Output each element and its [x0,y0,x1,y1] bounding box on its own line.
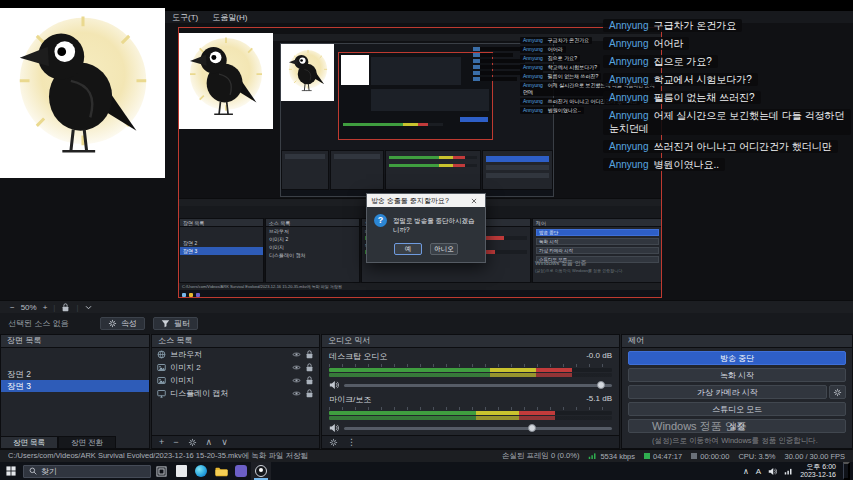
dialog-no-button[interactable]: 아니오 [430,243,458,255]
lock-icon[interactable] [305,389,314,398]
chat-text: 필름이 없는채 쓰러진? [653,92,754,103]
nested-sources-panel: 소스 목록 브라우저 이미지 2 이미지 디스플레이 캡처 [265,218,360,283]
dialog-body: ? 정말로 방송을 중단하시겠습니까? [367,207,485,238]
nested-ui-block [486,165,549,170]
source-item[interactable]: 브라우저 [152,348,319,361]
lock-icon[interactable] [305,376,314,385]
tab-scene-transitions[interactable]: 장면 전환 [58,436,116,449]
stop-streaming-button[interactable]: 방송 중단 [628,351,846,365]
nested-ui-block [486,173,549,178]
menu-tools[interactable]: 도구(T) [165,12,205,23]
tray-chevron-up-icon[interactable]: ∧ [743,467,749,476]
chevron-down-icon[interactable] [85,305,92,310]
nested-panel-header: 소스 목록 [266,219,359,227]
source-name: 이미지 2 [170,362,288,373]
chat-username: Annyung [523,73,543,79]
zoom-out-button[interactable]: − [10,303,15,312]
chat-username: Annyung [609,38,648,49]
taskbar-clock[interactable]: 오후 6:00 2023-12-16 [800,463,836,479]
lock-icon[interactable] [305,350,314,359]
tab-scene-list[interactable]: 장면 목록 [0,436,58,449]
taskbar-app-explorer[interactable] [211,462,231,480]
obs-icon [255,465,267,477]
search-icon [29,467,37,475]
taskbar-app-edge[interactable] [191,462,211,480]
menu-help[interactable]: 도움말(H) [205,12,254,23]
lock-icon[interactable] [305,363,314,372]
volume-slider[interactable] [344,384,612,387]
move-up-button[interactable]: ∧ [206,436,213,448]
start-virtual-camera-button[interactable]: 가상 카메라 시작 [628,385,827,399]
gear-icon[interactable] [329,438,338,447]
volume-icon[interactable] [768,467,777,476]
nested-canvas-2 [338,52,493,140]
taskbar-app-document[interactable] [171,462,191,480]
nested-ui-block [460,117,488,122]
chat-message: Annyung쓰러진거 아니냐고 어디간건가 했더니만 [603,140,838,153]
source-item[interactable]: 이미지 2 [152,361,319,374]
visibility-eye-icon[interactable] [292,350,301,359]
source-item[interactable]: 디스플레이 캡처 [152,387,319,400]
virtual-camera-label: 가상 카메라 시작 [697,388,757,397]
volume-slider-row [329,380,612,390]
ime-indicator[interactable]: A [756,467,761,476]
more-options-icon[interactable]: ⋮ [347,436,356,448]
dialog-close-button[interactable] [467,195,481,206]
dialog-titlebar[interactable]: 방송 송출을 중지할까요? [367,194,485,207]
studio-mode-label: 스튜디오 모드 [712,405,762,414]
filter-icon [161,319,170,328]
gear-icon[interactable] [188,438,197,447]
taskbar-app-obs[interactable] [251,462,271,480]
stream-timer: 04:47:17 [644,452,682,461]
nested-crow-image [179,33,273,129]
visibility-eye-icon[interactable] [292,376,301,385]
visibility-eye-icon[interactable] [292,363,301,372]
source-item[interactable]: 이미지 [152,374,319,387]
zoom-in-button[interactable]: + [43,303,48,312]
meter-bar [329,416,612,420]
move-down-button[interactable]: ∨ [221,436,228,448]
file-explorer-icon [215,466,228,477]
remove-source-button[interactable]: − [173,436,178,448]
dialog-yes-button[interactable]: 예 [394,243,422,255]
nested-crow-image-2 [281,44,334,101]
slider-handle[interactable] [528,424,536,432]
search-input[interactable] [41,467,133,476]
studio-mode-button[interactable]: 스튜디오 모드 [628,402,846,416]
speaker-icon[interactable] [329,423,339,433]
start-button[interactable] [0,462,22,480]
speaker-icon[interactable] [329,380,339,390]
toolbar-divider: | [53,303,55,312]
network-icon[interactable] [784,467,793,476]
task-view-button[interactable] [151,462,171,480]
chat-text: 학교에서 시험보다가? [548,64,597,70]
fps-indicator: 30.00 / 30.00 FPS [785,452,845,461]
crow-image-window[interactable] [0,8,165,178]
meter-bar [329,411,612,415]
filters-button[interactable]: 필터 [153,317,198,330]
settings-button[interactable]: 설정 [628,419,846,433]
virtual-camera-settings-button[interactable] [829,385,846,399]
stop-streaming-dialog: 방송 송출을 중지할까요? ? 정말로 방송을 중단하시겠습니까? 예 아니오 [366,193,486,263]
scene-item[interactable]: 장면 2 [1,368,149,380]
chat-username: Annyung [609,56,648,67]
slider-handle[interactable] [597,381,605,389]
notification-center-button[interactable] [843,462,850,480]
start-recording-button[interactable]: 녹화 시작 [628,368,846,382]
properties-button[interactable]: 속성 [100,317,145,330]
volume-slider[interactable] [344,427,612,430]
zoom-level: 50% [21,303,37,312]
mixer-toolbar: ⋮ [322,435,619,448]
add-source-button[interactable]: + [159,436,164,448]
task-view-icon [156,466,167,477]
audio-mixer-panel: 오디오 믹서 데스크탑 오디오 -0.0 dB 마이크/보조 [321,334,620,449]
preview-zoom-toolbar: − 50% + | | [0,300,853,313]
lock-preview-icon[interactable] [61,303,70,312]
taskbar-search[interactable] [23,465,151,478]
scene-item-selected[interactable]: 장면 3 [1,380,149,392]
visibility-eye-icon[interactable] [292,389,301,398]
chat-username: Annyung [523,37,543,43]
chat-username: Annyung [609,141,648,152]
chat-username: Annyung [609,110,648,121]
taskbar-app-purple[interactable] [231,462,251,480]
